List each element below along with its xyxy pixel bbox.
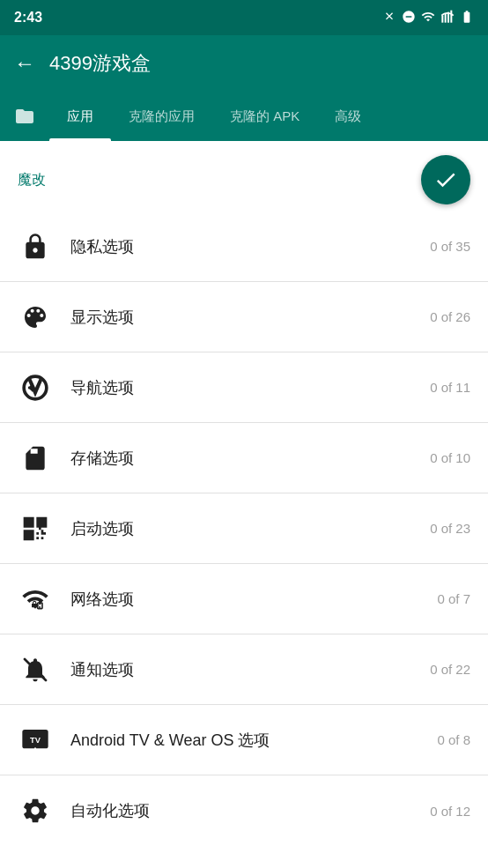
automation-label: 自动化选项 [70,800,430,821]
navigation-count: 0 of 11 [430,380,470,395]
svg-rect-3 [450,10,452,22]
main-content: 魔改 隐私选项 0 of 35 显示选项 0 of 26 [0,141,488,868]
display-count: 0 of 26 [430,309,470,324]
dnd-icon [402,10,416,26]
privacy-count: 0 of 35 [430,239,470,254]
list-item-startup[interactable]: 启动选项 0 of 23 [0,493,488,564]
notification-label: 通知选项 [70,659,430,680]
list-item-tv-wear[interactable]: TV Android TV & Wear OS 选项 0 of 8 [0,705,488,775]
palette-icon [18,300,53,335]
status-bar: 2:43 [0,0,488,35]
list-item-storage[interactable]: 存储选项 0 of 10 [0,423,488,493]
status-time: 2:43 [14,10,42,26]
display-label: 显示选项 [70,307,430,328]
network-count: 0 of 7 [437,591,470,606]
storage-count: 0 of 10 [430,450,470,465]
list-item-automation[interactable]: 自动化选项 0 of 12 [0,775,488,846]
folder-icon [14,106,35,127]
svg-rect-1 [445,13,447,22]
back-button[interactable]: ← [14,51,35,76]
privacy-label: 隐私选项 [70,236,430,257]
tab-advanced[interactable]: 高级 [317,92,379,141]
bell-off-icon [18,652,53,687]
notification-count: 0 of 22 [430,662,470,677]
tab-folder[interactable] [0,92,49,141]
startup-count: 0 of 23 [430,521,470,536]
check-all-button[interactable] [421,155,470,204]
svg-rect-8 [40,601,41,604]
svg-rect-6 [39,606,41,608]
svg-rect-2 [447,11,449,22]
list-item-notification[interactable]: 通知选项 0 of 22 [0,634,488,705]
checkmark-icon [433,167,458,192]
status-icons [382,10,474,26]
tab-apps[interactable]: 应用 [49,92,111,141]
sd-card-icon [18,441,53,476]
list-item-navigation[interactable]: 导航选项 0 of 11 [0,352,488,423]
list-item-privacy[interactable]: 隐私选项 0 of 35 [0,211,488,282]
section-title: 魔改 [18,171,46,189]
wifi-lock-icon [18,582,53,617]
tv-icon: TV [18,723,53,758]
tab-cloned-apk[interactable]: 克隆的 APK [212,92,317,141]
navigation-icon [18,370,53,405]
tv-wear-label: Android TV & Wear OS 选项 [70,730,437,751]
wifi-icon [421,10,435,26]
tv-wear-count: 0 of 8 [437,732,470,747]
list-item-network[interactable]: 网络选项 0 of 7 [0,564,488,634]
startup-label: 启动选项 [70,518,430,539]
storage-label: 存储选项 [70,448,430,469]
toolbar-title: 4399游戏盒 [49,50,151,77]
lock-icon [18,229,53,264]
battery-icon [460,10,474,26]
network-label: 网络选项 [70,589,437,610]
automation-icon [18,793,53,828]
tab-cloned-apps[interactable]: 克隆的应用 [111,92,212,141]
apps-grid-icon [18,511,53,546]
list-item-display[interactable]: 显示选项 0 of 26 [0,282,488,352]
toolbar: ← 4399游戏盒 [0,35,488,92]
tabs-bar: 应用 克隆的应用 克隆的 APK 高级 [0,92,488,141]
mute-icon [382,10,396,26]
signal-icon [440,10,455,26]
svg-rect-0 [441,15,443,22]
automation-count: 0 of 12 [430,804,470,819]
section-header: 魔改 [0,141,488,211]
svg-text:TV: TV [30,735,41,744]
navigation-label: 导航选项 [70,377,430,398]
